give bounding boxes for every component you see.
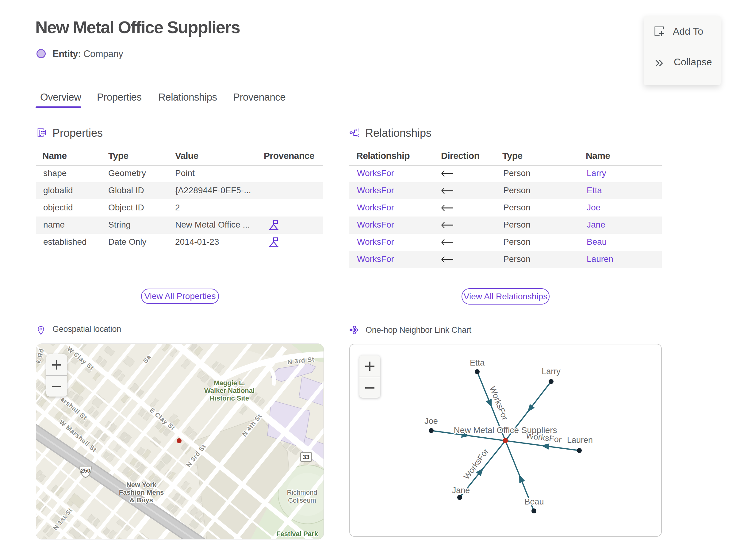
svg-text:New Metal Office Suppliers: New Metal Office Suppliers xyxy=(454,425,557,435)
svg-text:250: 250 xyxy=(81,467,90,474)
svg-text:Jane: Jane xyxy=(452,486,470,495)
svg-text:Historic Site: Historic Site xyxy=(210,394,249,402)
svg-text:Maggie L.: Maggie L. xyxy=(214,379,245,387)
svg-text:Festival Park: Festival Park xyxy=(276,530,318,538)
svg-text:New York: New York xyxy=(126,481,157,489)
svg-text:Etta: Etta xyxy=(470,358,485,367)
svg-text:& Boys: & Boys xyxy=(130,496,153,504)
svg-text:Joe: Joe xyxy=(424,416,438,426)
svg-text:Larry: Larry xyxy=(542,367,561,376)
svg-text:Richmond: Richmond xyxy=(287,489,317,496)
svg-text:33: 33 xyxy=(303,454,309,460)
svg-text:Coliseum: Coliseum xyxy=(288,497,316,504)
svg-text:Fashion Mens: Fashion Mens xyxy=(119,489,164,496)
svg-text:Beau: Beau xyxy=(524,497,544,506)
svg-text:Lauren: Lauren xyxy=(567,435,593,445)
svg-text:Walker National: Walker National xyxy=(204,387,255,394)
